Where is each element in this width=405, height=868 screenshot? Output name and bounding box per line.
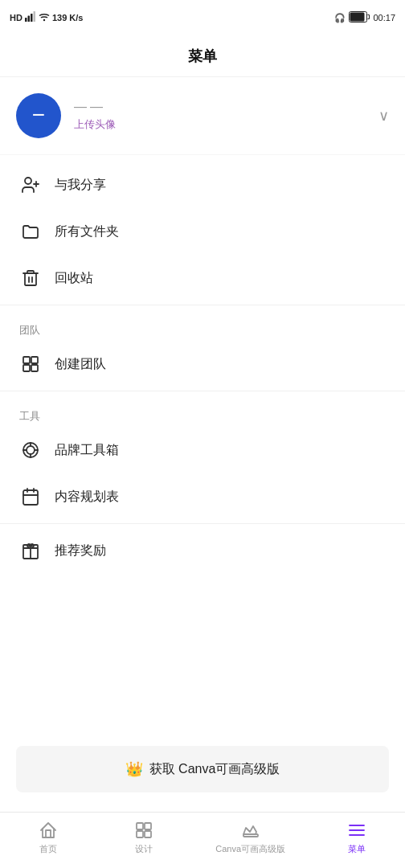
canva-pro-nav-label: Canva可画高级版 xyxy=(215,843,285,855)
nav-item-canva-pro[interactable]: Canva可画高级版 xyxy=(215,820,285,855)
home-nav-label: 首页 xyxy=(39,843,57,855)
referral-label: 推荐奖励 xyxy=(55,542,106,559)
folder-icon xyxy=(19,220,42,243)
svg-rect-1 xyxy=(27,16,30,23)
svg-rect-8 xyxy=(25,273,36,285)
chevron-down-icon: ∨ xyxy=(378,107,389,125)
svg-rect-30 xyxy=(145,831,151,837)
svg-point-7 xyxy=(25,178,31,184)
nav-item-design[interactable]: 设计 xyxy=(120,820,168,855)
nav-item-menu[interactable]: 菜单 xyxy=(333,820,381,855)
battery-icon xyxy=(349,11,370,24)
bottom-nav: 首页 设计 Canva可画高级版 xyxy=(0,812,405,868)
design-nav-label: 设计 xyxy=(135,843,153,855)
menu-item-folders[interactable]: 所有文件夹 xyxy=(0,208,405,255)
menu-item-create-team[interactable]: 创建团队 xyxy=(0,341,405,387)
folders-label: 所有文件夹 xyxy=(55,223,119,240)
crown-nav-icon xyxy=(240,820,261,841)
menu-item-referral[interactable]: 推荐奖励 xyxy=(0,527,405,574)
grid-icon xyxy=(133,820,154,841)
status-right: 🎧 00:17 xyxy=(334,11,395,24)
profile-info: —— 上传头像 xyxy=(74,100,116,132)
team-icon xyxy=(19,353,42,375)
svg-rect-12 xyxy=(31,357,38,363)
status-hd: HD xyxy=(10,13,22,23)
svg-rect-27 xyxy=(137,823,143,829)
header: 菜单 xyxy=(0,35,405,77)
menu-nav-label: 菜单 xyxy=(348,843,366,855)
svg-rect-14 xyxy=(31,365,38,371)
svg-rect-28 xyxy=(145,823,151,829)
avatar-symbol: − xyxy=(32,104,45,126)
svg-rect-2 xyxy=(31,14,33,22)
svg-rect-6 xyxy=(350,13,365,22)
status-signal xyxy=(25,11,36,24)
menu-item-trash[interactable]: 回收站 xyxy=(0,255,405,301)
gift-icon xyxy=(19,539,42,562)
upgrade-section: 👑 获取 Canva可画高级版 xyxy=(0,733,405,812)
share-label: 与我分享 xyxy=(55,177,106,194)
menu-section: 与我分享 所有文件夹 回收站 团队 xyxy=(0,155,405,733)
upload-avatar-link[interactable]: 上传头像 xyxy=(74,117,116,132)
svg-point-4 xyxy=(43,19,45,21)
svg-rect-3 xyxy=(33,11,35,22)
upgrade-label: 获取 Canva可画高级版 xyxy=(149,761,280,778)
nav-item-home[interactable]: 首页 xyxy=(24,820,72,855)
page-title: 菜单 xyxy=(188,47,217,66)
trash-label: 回收站 xyxy=(55,270,93,287)
brand-kit-label: 品牌工具箱 xyxy=(55,442,119,459)
profile-name: —— xyxy=(74,100,116,114)
svg-rect-0 xyxy=(25,18,27,22)
status-wifi xyxy=(39,12,50,23)
home-icon xyxy=(38,820,59,841)
svg-rect-31 xyxy=(243,834,258,837)
svg-point-16 xyxy=(27,446,35,454)
calendar-icon xyxy=(19,485,42,508)
svg-rect-29 xyxy=(137,831,143,837)
profile-section[interactable]: − —— 上传头像 ∨ xyxy=(0,77,405,155)
menu-item-share[interactable]: 与我分享 xyxy=(0,162,405,208)
avatar[interactable]: − xyxy=(16,93,61,138)
divider-2 xyxy=(0,391,405,391)
content-planner-label: 内容规划表 xyxy=(55,489,119,506)
menu-item-content-planner[interactable]: 内容规划表 xyxy=(0,473,405,520)
menu-nav-icon xyxy=(346,820,367,841)
status-bar: HD 139 K/s 🎧 00:17 xyxy=(0,0,405,35)
status-time: 00:17 xyxy=(373,13,395,23)
svg-rect-13 xyxy=(23,365,30,371)
create-team-label: 创建团队 xyxy=(55,356,106,373)
menu-item-brand-kit[interactable]: 品牌工具箱 xyxy=(0,427,405,473)
status-data: 139 K/s xyxy=(52,13,84,23)
trash-icon xyxy=(19,267,42,289)
headphone-icon: 🎧 xyxy=(334,13,346,23)
upgrade-button[interactable]: 👑 获取 Canva可画高级版 xyxy=(16,746,389,792)
brand-icon xyxy=(19,439,42,461)
share-user-icon xyxy=(19,174,42,196)
tools-section-title: 工具 xyxy=(0,395,405,427)
divider-3 xyxy=(0,523,405,524)
divider-1 xyxy=(0,305,405,305)
svg-rect-11 xyxy=(23,357,30,363)
team-section-title: 团队 xyxy=(0,309,405,341)
crown-icon: 👑 xyxy=(125,760,143,778)
svg-rect-21 xyxy=(23,490,38,505)
status-left: HD 139 K/s xyxy=(10,11,83,24)
